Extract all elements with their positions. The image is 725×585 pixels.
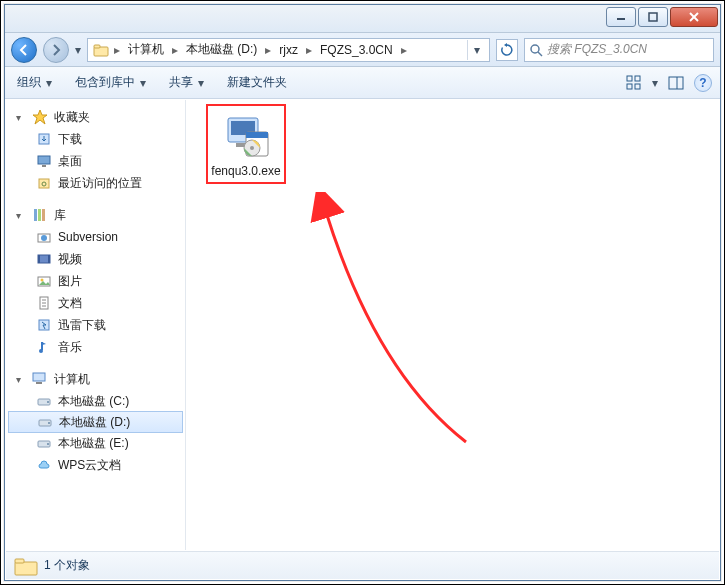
- breadcrumb-item[interactable]: rjxz: [275, 40, 302, 60]
- tree-music[interactable]: 音乐: [6, 336, 185, 358]
- search-icon: [529, 43, 543, 57]
- collapse-icon[interactable]: ▾: [16, 210, 26, 221]
- chevron-right-icon: ▸: [170, 43, 180, 57]
- svg-rect-27: [48, 255, 50, 263]
- toolbar: 组织 ▾ 包含到库中 ▾ 共享 ▾ 新建文件夹 ▾ ?: [5, 67, 720, 99]
- svg-rect-12: [669, 77, 683, 89]
- tree-label: 本地磁盘 (E:): [58, 435, 129, 452]
- tree-wps-cloud[interactable]: WPS云文档: [6, 454, 185, 476]
- xunlei-icon: [36, 317, 52, 333]
- preview-pane-button[interactable]: [666, 73, 686, 93]
- tree-recent[interactable]: 最近访问的位置: [6, 172, 185, 194]
- tree-label: 音乐: [58, 339, 82, 356]
- download-icon: [36, 131, 52, 147]
- svg-point-29: [41, 279, 44, 282]
- svg-rect-37: [36, 382, 42, 384]
- tree-videos[interactable]: 视频: [6, 248, 185, 270]
- breadcrumb-item[interactable]: 本地磁盘 (D:): [182, 40, 261, 60]
- tree-downloads[interactable]: 下载: [6, 128, 185, 150]
- svg-rect-9: [635, 76, 640, 81]
- breadcrumb-item[interactable]: FQZS_3.0CN: [316, 40, 397, 60]
- minimize-button[interactable]: [606, 7, 636, 27]
- collapse-icon[interactable]: ▾: [16, 374, 26, 385]
- address-bar[interactable]: ▸ 计算机 ▸ 本地磁盘 (D:) ▸ rjxz ▸ FQZS_3.0CN ▸ …: [87, 38, 490, 62]
- computer-icon: [32, 371, 48, 387]
- help-button[interactable]: ?: [694, 74, 712, 92]
- svg-marker-14: [33, 110, 47, 124]
- tree-drive-d[interactable]: 本地磁盘 (D:): [8, 411, 183, 433]
- tree-documents[interactable]: 文档: [6, 292, 185, 314]
- status-bar: 1 个对象: [6, 551, 719, 579]
- desktop-icon: [36, 153, 52, 169]
- recent-icon: [36, 175, 52, 191]
- search-box[interactable]: 搜索 FQZS_3.0CN: [524, 38, 714, 62]
- tree-label: 收藏夹: [54, 109, 90, 126]
- tree-label: 本地磁盘 (D:): [59, 414, 130, 431]
- svg-rect-51: [15, 562, 37, 575]
- svg-rect-1: [649, 13, 657, 21]
- tree-favorites[interactable]: ▾ 收藏夹: [6, 106, 185, 128]
- new-folder-button[interactable]: 新建文件夹: [223, 72, 291, 93]
- svg-point-50: [250, 146, 254, 150]
- svn-icon: [36, 229, 52, 245]
- folder-icon: [14, 556, 34, 576]
- library-icon: [32, 207, 48, 223]
- breadcrumb-item[interactable]: 计算机: [124, 40, 168, 60]
- titlebar: [5, 5, 720, 33]
- svg-point-24: [41, 235, 47, 241]
- history-dropdown-icon[interactable]: ▾: [75, 43, 81, 57]
- tree-label: 文档: [58, 295, 82, 312]
- file-list[interactable]: fenqu3.0.exe: [186, 100, 719, 550]
- drive-icon: [37, 414, 53, 430]
- chevron-right-icon: ▸: [112, 43, 122, 57]
- tree-pictures[interactable]: 图片: [6, 270, 185, 292]
- tree-label: 计算机: [54, 371, 90, 388]
- svg-point-43: [47, 443, 49, 445]
- tree-desktop[interactable]: 桌面: [6, 150, 185, 172]
- svg-point-6: [531, 45, 539, 53]
- svg-point-35: [39, 349, 43, 353]
- close-button[interactable]: [670, 7, 718, 27]
- tree-xunlei[interactable]: 迅雷下载: [6, 314, 185, 336]
- collapse-icon[interactable]: ▾: [16, 112, 26, 123]
- view-options-button[interactable]: [624, 73, 644, 93]
- forward-button[interactable]: [43, 37, 69, 63]
- tree-computer[interactable]: ▾ 计算机: [6, 368, 185, 390]
- svg-rect-22: [42, 209, 45, 221]
- tree-drive-c[interactable]: 本地磁盘 (C:): [6, 390, 185, 412]
- share-menu[interactable]: 共享 ▾: [165, 72, 209, 93]
- svg-point-41: [48, 422, 50, 424]
- document-icon: [36, 295, 52, 311]
- drive-icon: [36, 393, 52, 409]
- tree-label: WPS云文档: [58, 457, 121, 474]
- svg-rect-26: [38, 255, 40, 263]
- svg-rect-5: [94, 45, 100, 48]
- tree-label: 视频: [58, 251, 82, 268]
- tree-label: 桌面: [58, 153, 82, 170]
- chevron-right-icon: ▸: [304, 43, 314, 57]
- tree-label: 迅雷下载: [58, 317, 106, 334]
- tree-libraries[interactable]: ▾ 库: [6, 204, 185, 226]
- svg-rect-20: [34, 209, 37, 221]
- svg-point-39: [47, 401, 49, 403]
- svg-rect-8: [627, 76, 632, 81]
- svg-rect-21: [38, 209, 41, 221]
- maximize-button[interactable]: [638, 7, 668, 27]
- include-in-library-menu[interactable]: 包含到库中 ▾: [71, 72, 151, 93]
- svg-rect-17: [42, 165, 46, 167]
- organize-menu[interactable]: 组织 ▾: [13, 72, 57, 93]
- back-button[interactable]: [11, 37, 37, 63]
- address-dropdown-icon[interactable]: ▾: [467, 40, 485, 60]
- svg-rect-48: [246, 132, 268, 138]
- svg-rect-36: [33, 373, 45, 381]
- drive-icon: [36, 435, 52, 451]
- svg-rect-52: [15, 559, 24, 563]
- tree-drive-e[interactable]: 本地磁盘 (E:): [6, 432, 185, 454]
- file-item[interactable]: fenqu3.0.exe: [206, 104, 286, 184]
- chevron-right-icon: ▸: [399, 43, 409, 57]
- tree-label: Subversion: [58, 230, 118, 244]
- refresh-button[interactable]: [496, 39, 518, 61]
- tree-subversion[interactable]: Subversion: [6, 226, 185, 248]
- chevron-down-icon[interactable]: ▾: [652, 76, 658, 90]
- installer-icon: [222, 112, 270, 160]
